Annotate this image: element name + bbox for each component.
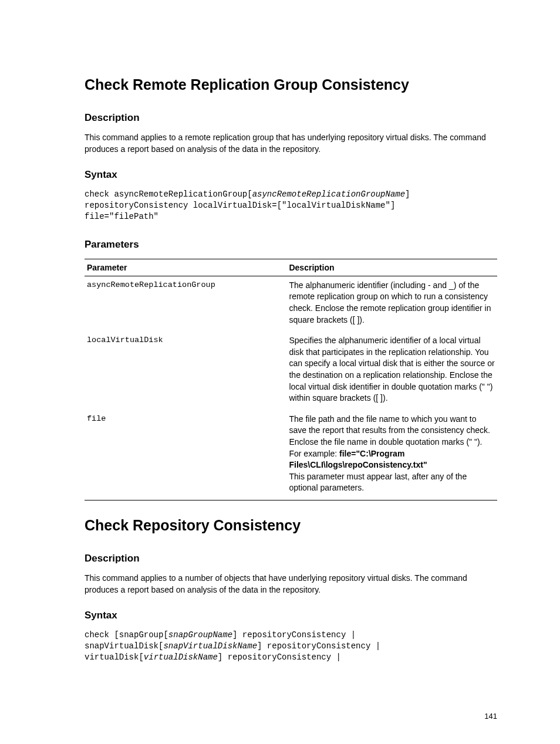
table-row: asyncRemoteReplicationGroup The alphanum… xyxy=(85,276,497,332)
table-row: localVirtualDisk Specifies the alphanume… xyxy=(85,332,497,410)
table-header-description: Description xyxy=(286,259,497,276)
param-name: localVirtualDisk xyxy=(85,332,286,410)
table-header-parameter: Parameter xyxy=(85,259,286,276)
syntax-heading-1: Syntax xyxy=(85,169,497,181)
param-name: asyncRemoteReplicationGroup xyxy=(85,276,286,332)
description-heading-2: Description xyxy=(85,553,497,564)
parameters-table: Parameter Description asyncRemoteReplica… xyxy=(85,259,497,500)
description-text-2: This command applies to a number of obje… xyxy=(85,573,497,596)
syntax-block-1: check asyncRemoteReplicationGroup[asyncR… xyxy=(85,189,497,222)
parameters-heading: Parameters xyxy=(85,239,497,251)
syntax-block-2: check [snapGroup[snapGroupName] reposito… xyxy=(85,630,497,663)
description-heading-1: Description xyxy=(85,112,497,124)
param-desc: Specifies the alphanumeric identifier of… xyxy=(286,332,497,410)
page-number: 141 xyxy=(484,712,497,721)
param-desc: The alphanumeric identifier (including -… xyxy=(286,276,497,332)
syntax-heading-2: Syntax xyxy=(85,610,497,621)
description-text-1: This command applies to a remote replica… xyxy=(85,132,497,155)
param-name: file xyxy=(85,410,286,500)
table-row: file The file path and the file name to … xyxy=(85,410,497,500)
section-title-2: Check Repository Consistency xyxy=(85,517,497,534)
param-desc: The file path and the file name to which… xyxy=(286,410,497,500)
section-title-1: Check Remote Replication Group Consisten… xyxy=(85,76,497,93)
